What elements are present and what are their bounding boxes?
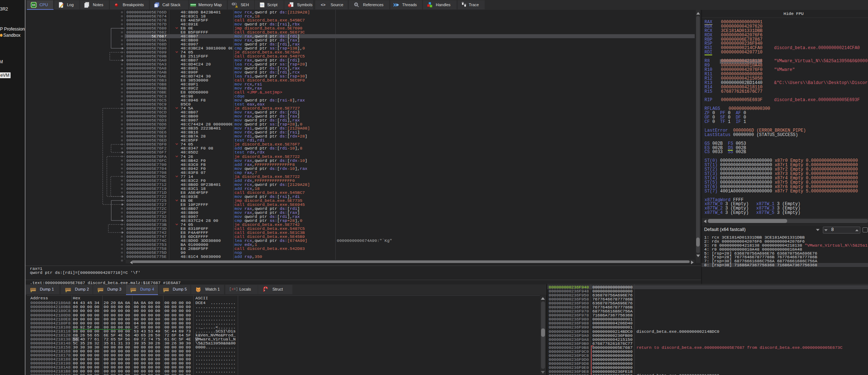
- svg-text:<>: <>: [260, 4, 264, 7]
- svg-text:64: 64: [32, 4, 35, 6]
- svg-text:<>: <>: [321, 3, 326, 7]
